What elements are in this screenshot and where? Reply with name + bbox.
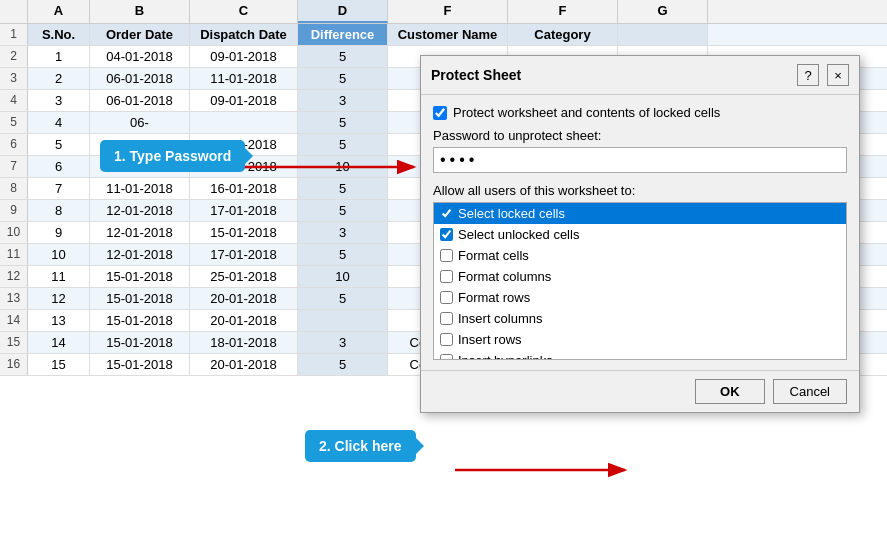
list-item[interactable]: Insert hyperlinks — [434, 350, 846, 360]
dialog-footer: OK Cancel — [421, 370, 859, 412]
dialog-close-button[interactable]: × — [827, 64, 849, 86]
col-header-b: B — [90, 0, 190, 23]
header-category: Category — [508, 24, 618, 45]
spreadsheet: A B C D F F G 1 S.No. Order Date Dispatc… — [0, 0, 887, 557]
ok-button[interactable]: OK — [695, 379, 765, 404]
col-header-c: C — [190, 0, 298, 23]
list-item[interactable]: Format columns — [434, 266, 846, 287]
col-header-e: F — [388, 0, 508, 23]
list-item[interactable]: Insert rows — [434, 329, 846, 350]
callout-type-password: 1. Type Password — [100, 140, 245, 172]
password-label: Password to unprotect sheet: — [433, 128, 847, 143]
header-customer-name: Customer Name — [388, 24, 508, 45]
list-item-checkbox[interactable] — [440, 354, 453, 360]
table-header-row: 1 S.No. Order Date Dispatch Date Differe… — [0, 24, 887, 46]
arrow-1 — [244, 152, 444, 182]
list-item-checkbox[interactable] — [440, 312, 453, 325]
arrow-2 — [455, 455, 655, 485]
list-item[interactable]: Insert columns — [434, 308, 846, 329]
list-item[interactable]: Select locked cells — [434, 203, 846, 224]
col-header-rownum — [0, 0, 28, 23]
list-item-checkbox[interactable] — [440, 333, 453, 346]
dialog-titlebar: Protect Sheet ? × — [421, 56, 859, 95]
header-difference: Difference — [298, 24, 388, 45]
column-headers: A B C D F F G — [0, 0, 887, 24]
list-item-checkbox[interactable] — [440, 249, 453, 262]
list-item[interactable]: Select unlocked cells — [434, 224, 846, 245]
cancel-button[interactable]: Cancel — [773, 379, 847, 404]
allow-label: Allow all users of this worksheet to: — [433, 183, 847, 198]
header-dispatch-date: Dispatch Date — [190, 24, 298, 45]
protect-label: Protect worksheet and contents of locked… — [453, 105, 720, 120]
dialog-body: Protect worksheet and contents of locked… — [421, 95, 859, 370]
list-item-checkbox[interactable] — [440, 270, 453, 283]
list-item-checkbox[interactable] — [440, 207, 453, 220]
header-sno: S.No. — [28, 24, 90, 45]
protect-sheet-dialog: Protect Sheet ? × Protect worksheet and … — [420, 55, 860, 413]
header-g — [618, 24, 708, 45]
list-item-checkbox[interactable] — [440, 228, 453, 241]
header-order-date: Order Date — [90, 24, 190, 45]
col-header-f: F — [508, 0, 618, 23]
col-header-d: D — [298, 0, 388, 23]
callout-click-here: 2. Click here — [305, 430, 416, 462]
list-item-checkbox[interactable] — [440, 291, 453, 304]
protect-checkbox[interactable] — [433, 106, 447, 120]
protect-checkbox-row: Protect worksheet and contents of locked… — [433, 105, 847, 120]
permissions-listbox[interactable]: Select locked cellsSelect unlocked cells… — [433, 202, 847, 360]
dialog-title: Protect Sheet — [431, 67, 521, 83]
col-header-a: A — [28, 0, 90, 23]
dialog-controls: ? × — [797, 64, 849, 86]
dialog-help-button[interactable]: ? — [797, 64, 819, 86]
list-item[interactable]: Format cells — [434, 245, 846, 266]
password-input[interactable] — [433, 147, 847, 173]
col-header-g: G — [618, 0, 708, 23]
list-item[interactable]: Format rows — [434, 287, 846, 308]
